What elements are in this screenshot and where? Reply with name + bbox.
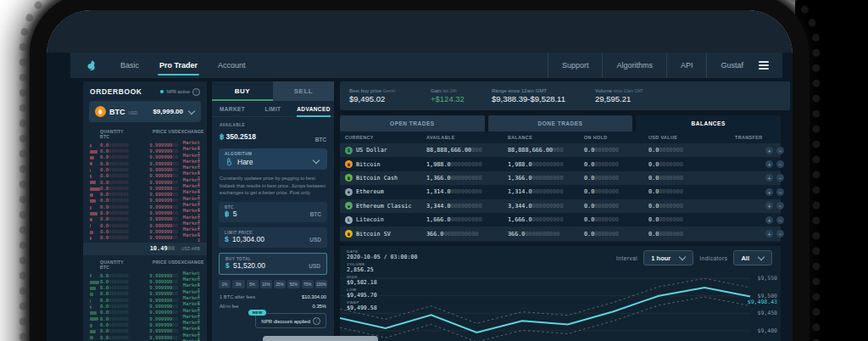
quantity-cell: 0.00000000 (100, 149, 134, 154)
currency-name: Bitcoin SV (356, 231, 391, 238)
info-icon[interactable] (192, 88, 200, 96)
nav-item-api[interactable]: API (666, 53, 707, 78)
orderbook-row[interactable]: 0.000000009.99999900Market 1 (83, 233, 207, 239)
price-cell: 9.99999900 (134, 292, 178, 297)
nav-item-support[interactable]: Support (548, 53, 603, 78)
field-unit: BTC (310, 211, 321, 217)
interval-select[interactable]: 1 hour (643, 250, 693, 266)
available-cell: 1,666.0000000000 (426, 216, 508, 223)
tab-limit[interactable]: LIMIT (253, 101, 293, 116)
deposit-button[interactable]: + (765, 230, 773, 238)
nav-user[interactable]: Gustaf (706, 53, 757, 78)
exchange-cell: Market 1 (178, 233, 200, 243)
deposit-button[interactable]: + (765, 216, 773, 224)
percent-button-3[interactable]: 3% (232, 280, 244, 288)
indicators-select[interactable]: All (733, 250, 772, 266)
currency-name: Bitcoin Cash (356, 175, 398, 182)
buy-total-field[interactable]: BUY TOTAL$ 51,520.00USD (219, 253, 327, 275)
app-logo-icon[interactable] (86, 59, 98, 72)
percent-button-1[interactable]: 1% (219, 280, 231, 288)
percent-button-75[interactable]: 75% (302, 280, 314, 288)
info-icon[interactable] (313, 317, 320, 325)
percent-button-25[interactable]: 25% (274, 280, 286, 288)
stat-label: Range since 12am GMT (492, 88, 595, 93)
faded-zeros: 000000000 (532, 175, 564, 182)
nav-item-pro-trader[interactable]: Pro Trader (149, 53, 208, 78)
fee-value: 0.35% (313, 304, 326, 309)
faded-zeros: 0000000 (659, 147, 683, 154)
tab-balances[interactable]: BALANCES (636, 115, 781, 131)
transfer-cell: +− (735, 174, 786, 182)
faded-zeros: 0000000 (108, 273, 129, 278)
faded-zeros: 000000000 (451, 203, 482, 210)
depth-bar (90, 281, 99, 284)
tab-done-trades[interactable]: DONE TRADES (488, 115, 633, 131)
npr-active-status: NPR active (160, 88, 200, 96)
pair-selector[interactable]: ฿ BTC USD $9,999.00 (89, 101, 201, 122)
withdraw-button[interactable]: − (776, 216, 784, 224)
depth-bar (90, 287, 96, 290)
deposit-button[interactable]: + (765, 147, 773, 154)
interval-label: Interval (616, 255, 637, 261)
tab-advanced[interactable]: ADVANCED (293, 101, 334, 116)
balance-cell: 1,314.0000000000 (508, 188, 584, 195)
balance-row: ฿Bitcoin Cash1,366.00000000001,366.00000… (340, 171, 781, 185)
faded-zeros: 0000000 (108, 198, 129, 203)
quantity-cell: 0.00000000 (100, 329, 134, 334)
price-cell: 9.99999900 (134, 162, 178, 167)
withdraw-button[interactable]: − (776, 230, 784, 238)
faded-zeros: 0000000 (108, 304, 129, 309)
npr-discount-box[interactable]: NPR discount applied (255, 313, 326, 328)
faded-zeros: 0000000 (594, 203, 619, 210)
withdraw-button[interactable]: − (776, 147, 784, 154)
quantity-cell: 0.00000000 (100, 174, 134, 179)
withdraw-button[interactable]: − (776, 174, 784, 182)
tab-sell[interactable]: SELL (273, 81, 334, 101)
spread-value: 10.4900 (150, 245, 175, 252)
nav-item-algorithms[interactable]: Algorithms (602, 53, 666, 78)
price-cell: 9.99999900 (134, 211, 178, 216)
faded-zeros: 000000000 (532, 188, 564, 195)
nav-item-account[interactable]: Account (208, 53, 256, 78)
btc-field[interactable]: BTC฿ 5BTC (219, 202, 327, 222)
percent-button-10[interactable]: 10% (260, 280, 272, 288)
available-cell: 88,888,666.00000 (426, 147, 508, 154)
y-axis-tick: $9,550 (758, 275, 778, 282)
currency-name: Bitcoin (356, 161, 381, 168)
tab-buy[interactable]: BUY (212, 81, 273, 101)
depth-bar (90, 181, 96, 184)
faded-zeros: 0000000 (108, 229, 129, 234)
current-price-label: $9,498.43 (748, 299, 777, 305)
quantity-cell: 0.00000000 (100, 224, 134, 229)
pair-symbol: BTC (109, 108, 125, 116)
nav-item-basic[interactable]: Basic (110, 53, 149, 78)
deposit-button[interactable]: + (765, 202, 773, 210)
hamburger-menu-icon[interactable] (759, 61, 769, 70)
chevron-down-icon (188, 107, 195, 114)
faded-zeros: 0000000 (594, 175, 619, 182)
chart-stat-date: DATE2020-10-05 / 03:00:00 (347, 249, 417, 260)
fee-summary: 1 BTC after fees$10,304.00All-in fee0.35… (212, 294, 334, 309)
withdraw-button[interactable]: − (776, 202, 784, 210)
balance-row: $US Dollar88,888,666.0000088,888,666.000… (340, 143, 781, 157)
usd-value-cell: 0.00000000 (648, 161, 735, 168)
price-cell: 9.99999900 (134, 217, 178, 222)
withdraw-button[interactable]: − (776, 188, 784, 196)
withdraw-button[interactable]: − (776, 160, 784, 168)
tab-market[interactable]: MARKET (212, 101, 253, 116)
deposit-button[interactable]: + (765, 188, 773, 196)
faded-zeros: 00 (172, 285, 178, 290)
percent-button-50[interactable]: 50% (287, 280, 299, 288)
percent-button-5[interactable]: 5% (247, 280, 259, 288)
deposit-button[interactable]: + (765, 174, 773, 182)
quantity-cell: 0.00000000 (100, 205, 134, 210)
tab-open-trades[interactable]: OPEN TRADES (340, 115, 485, 131)
price-cell: 9.99999900 (134, 193, 178, 198)
percent-button-100[interactable]: 100% (315, 280, 327, 288)
faded-zeros: 0000000 (108, 180, 129, 185)
faded-zeros: 00 (172, 322, 178, 327)
quantity-cell: 0.00000000 (100, 162, 134, 167)
deposit-button[interactable]: + (765, 160, 773, 168)
limit-price-field[interactable]: LIMIT PRICE$ 10,304.00USD (219, 227, 327, 248)
algorithm-dropdown[interactable]: ALGORITHM Hare (219, 148, 327, 170)
